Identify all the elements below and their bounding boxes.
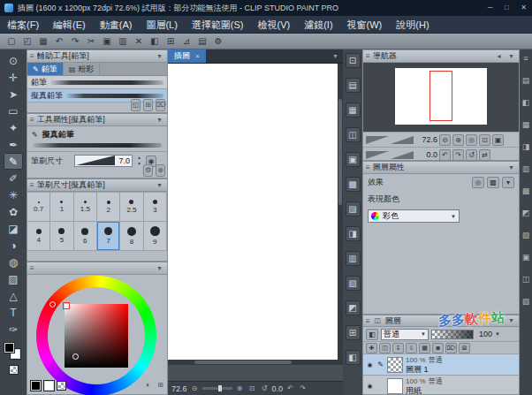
brush-size-preset[interactable]: 4 [27,222,50,251]
dock-tab-icon[interactable]: ▥ [522,165,530,173]
blend-mode-dropdown[interactable]: 普通 ▼ [381,329,429,340]
open-file-icon[interactable]: ◰ [20,34,34,48]
sub-color-chip[interactable] [44,381,54,391]
blend-tool-icon[interactable]: ◑ [4,237,23,254]
snap-icon[interactable]: ▤ [195,34,209,48]
operation-tool-icon[interactable]: ➤ [4,86,23,103]
zoom-slider[interactable] [202,387,232,390]
hue-ring[interactable] [36,276,156,395]
pencil-tool-icon[interactable]: ✎ [4,153,23,170]
new-file-icon[interactable]: ▢ [4,34,19,48]
zoom-slider-knob[interactable] [218,385,222,391]
rotation-slider-wedge[interactable] [391,151,414,159]
paste-icon[interactable]: ▥ [116,34,130,48]
palette-dock-icon[interactable]: ▦ [346,103,361,118]
gradient-tool-icon[interactable]: ▨ [4,270,23,287]
rotate-left-icon[interactable]: ↶ [285,384,295,392]
dock-tab-icon[interactable]: ◫ [522,276,530,284]
minimize-button[interactable]: ─ [482,0,498,16]
decoration-tool-icon[interactable]: ✿ [4,203,23,220]
main-color-chip[interactable] [31,381,41,391]
eye-icon[interactable]: ◉ [366,361,374,368]
tab-list-dropdown-icon[interactable]: ▼ [328,49,343,63]
zoom-tool-icon[interactable]: ⊙ [4,52,23,69]
opacity-slider[interactable] [431,330,474,339]
palette-dock-icon[interactable]: ◩ [346,300,361,315]
dock-panel-icon[interactable]: ◂ [494,51,504,62]
collapse-panel-icon[interactable]: ▾ [506,163,516,173]
maximize-button[interactable]: □ [498,0,515,16]
brush-size-preset[interactable]: 3 [144,193,167,222]
menu-view[interactable]: 檢視(V) [251,16,298,34]
reset-rotation-icon[interactable]: ↺ [466,149,477,161]
cut-icon[interactable]: ✂ [84,34,98,48]
palette-dock-icon[interactable]: ▨ [346,201,361,216]
fit-to-screen-icon[interactable]: ⊡ [479,134,490,146]
rotation-slider-wedge[interactable] [366,151,389,159]
dock-tab-icon[interactable]: ▣ [522,254,530,262]
brush-size-preset[interactable]: 1 [50,193,73,222]
new-group-icon[interactable]: ⊞ [143,99,153,111]
create-subtool-icon[interactable]: ◱ [131,99,141,111]
sv-marker[interactable] [63,302,70,309]
horizontal-scrollbar[interactable] [168,360,338,365]
main-color-chip[interactable] [4,343,14,353]
palette-dock-icon[interactable]: ◫ [346,127,361,142]
zoom-reset-icon[interactable]: ◎ [466,134,477,146]
menu-edit[interactable]: 編輯(E) [46,16,93,34]
document-tab[interactable]: 插圖 × [168,49,206,63]
actual-size-icon[interactable]: ▣ [492,134,504,146]
color-wheel-mode-icon[interactable]: ◑ [142,380,152,391]
brush-size-preset[interactable]: 0.7 [27,193,50,222]
delete-icon[interactable]: ✕ [132,34,146,48]
brush-tool-icon[interactable]: ✐ [4,170,23,186]
clip-to-layer-below-icon[interactable]: ▦ [419,343,430,353]
transparent-color-chip[interactable] [10,366,18,374]
menu-filter[interactable]: 濾鏡(I) [297,16,339,34]
palette-dock-icon[interactable]: ▥ [346,251,361,266]
brush-size-preset[interactable]: 9 [144,222,167,251]
brush-size-slider[interactable]: 7.0 [74,155,133,167]
move-tool-icon[interactable]: ✛ [4,69,23,86]
menu-help[interactable]: 說明(H) [389,16,436,34]
panel-menu-icon[interactable]: ≡ [30,52,34,60]
dock-tab-icon[interactable]: ≡ [523,55,528,63]
wrench-icon[interactable]: ⚙ [143,164,153,177]
grid-icon[interactable]: ⊞ [163,34,178,48]
menu-layer[interactable]: 圖層(L) [139,16,184,34]
palette-dock-icon[interactable]: ⊞ [346,325,361,340]
canvas-page[interactable] [168,64,338,360]
pen-tool-icon[interactable]: ✒ [4,136,23,153]
flip-horizontal-icon[interactable]: ⇄ [479,149,490,161]
subtool-list-item[interactable]: 鉛筆 [27,76,167,89]
effect-more-icon[interactable]: ▾ [502,177,514,188]
brush-size-preset[interactable]: 2.5 [120,193,143,222]
border-effect-icon[interactable]: ◎ [472,177,484,188]
transfer-to-lower-icon[interactable]: ↧ [392,343,404,353]
brush-size-preset[interactable]: 2 [97,193,120,222]
zoom-slider-wedge[interactable] [391,136,414,144]
panel-menu-icon[interactable]: ≡ [30,116,34,124]
collapse-panel-icon[interactable]: ▾ [155,263,164,274]
text-tool-icon[interactable]: T [4,304,23,321]
palette-dock-icon[interactable]: ◧ [346,350,361,365]
ruler-icon[interactable]: ⊿ [179,34,194,48]
dock-tab-icon[interactable]: ◨ [522,143,530,151]
tone-effect-icon[interactable]: ▩ [487,177,499,188]
fill-icon[interactable]: ◧ [148,34,162,48]
layer-row[interactable]: ◉ ✎ 100 % 普通 圖層 1 [363,354,519,376]
new-raster-layer-icon[interactable]: ✚ [366,343,377,353]
eyedropper-tool-icon[interactable]: ✑ [4,321,23,338]
dock-tab-icon[interactable]: ▧ [522,232,530,239]
panel-menu-icon[interactable]: ≡ [366,163,370,171]
delete-layer-icon[interactable]: ⌦ [445,343,457,353]
zoom-out-icon[interactable]: ⊖ [190,384,200,392]
brush-size-preset[interactable]: 8 [120,222,143,251]
panel-menu-icon[interactable]: ≡ [30,264,34,272]
brush-size-preset[interactable]: 6 [74,222,97,251]
new-layer-folder-icon[interactable]: ◫ [379,343,391,353]
collapse-panel-icon[interactable]: ▾ [155,180,164,191]
layer-row[interactable]: ◉ 100 % 普通 用紙 [363,376,519,395]
color-wheel-switch-icon[interactable]: ⊞ [156,380,165,391]
figure-tool-icon[interactable]: △ [4,287,23,304]
